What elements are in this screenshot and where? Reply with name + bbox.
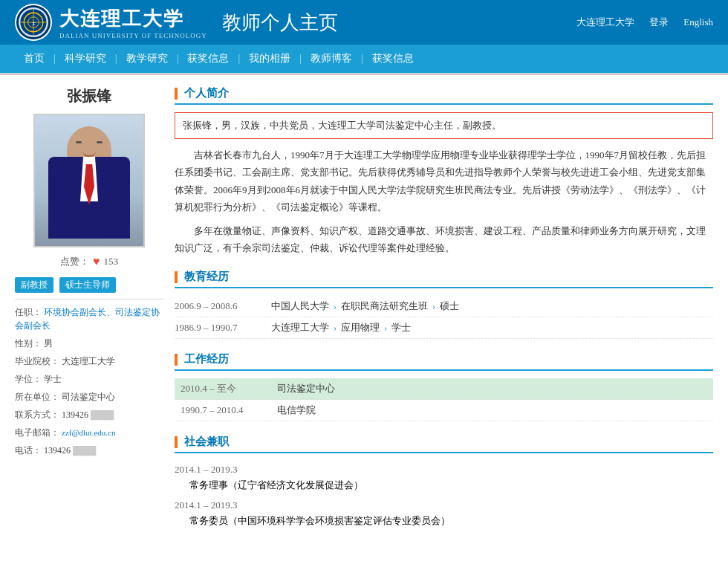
work-section: 工作经历 2010.4 – 至今 司法鉴定中心 1990.7 – 2010.4 … — [175, 352, 713, 421]
intro-body1: 吉林省长春市九台人，1990年7月于大连理工大学物理学应用物理专业毕业获得理学士… — [175, 146, 713, 216]
svg-text:工: 工 — [32, 22, 36, 26]
edu-section: 教育经历 2006.9 – 2008.6 中国人民大学 › 在职民商法研究生班 … — [175, 270, 713, 339]
likes-label: 点赞： — [60, 255, 89, 268]
social-item-1: 2014.1 – 2019.3 — [175, 496, 713, 514]
intro-title: 个人简介 — [175, 86, 713, 105]
edu-date-1: 1986.9 – 1990.7 — [175, 322, 264, 334]
edu-arrow-0: › — [334, 301, 337, 312]
header-links: 大连理工大学 登录 English — [576, 16, 713, 29]
dept-value: 司法鉴定中心 — [62, 392, 115, 402]
edu-arrow-0b: › — [432, 301, 435, 312]
edu-arrow-1: › — [334, 323, 337, 334]
position-label: 任职： — [15, 307, 42, 317]
nav-awards2[interactable]: 获奖信息 — [363, 45, 423, 73]
edu-content-0: 中国人民大学 › 在职民商法研究生班 › 硕士 — [271, 299, 713, 313]
avatar-figure — [35, 115, 143, 246]
social-title-0: 常务理事（辽宁省经济文化发展促进会） — [189, 479, 363, 490]
phone-value: 139426 — [62, 409, 88, 420]
tel-redacted: ████ — [73, 446, 96, 455]
navigation: 首页 | 科学研究 | 教学研究 | 获奖信息 | 我的相册 | 教师博客 | … — [0, 45, 728, 73]
university-subtitle: DALIAN UNIVERSITY OF TECHNOLOGY — [59, 32, 207, 39]
gender-value: 男 — [44, 338, 53, 349]
work-date-1: 1990.7 – 2010.4 — [181, 404, 270, 416]
phone-row: 联系方式： 139426 ████ — [15, 408, 163, 421]
social-date-1: 2014.1 – 2019.3 — [175, 499, 238, 511]
university-row: 毕业院校： 大连理工大学 — [15, 354, 163, 368]
nav-home[interactable]: 首页 — [15, 45, 53, 73]
work-date-0: 2010.4 – 至今 — [181, 382, 270, 395]
university-value: 大连理工大学 — [62, 356, 115, 366]
tel-row: 电话： 139426 ████ — [15, 444, 163, 457]
work-org-1: 电信学院 — [277, 404, 316, 417]
edu-arrow-1b: › — [384, 323, 387, 334]
edu-date-0: 2006.9 – 2008.6 — [175, 300, 264, 312]
social-date-0: 2014.1 – 2019.3 — [175, 464, 238, 475]
nav-teaching[interactable]: 教学研究 — [117, 45, 177, 73]
social-section: 社会兼职 2014.1 – 2019.3 常务理事（辽宁省经济文化发展促进会） … — [175, 435, 713, 528]
info-section: 任职： 环境协会副会长、司法鉴定协会副会长 性别： 男 毕业院校： 大连理工大学… — [15, 299, 163, 457]
badge-advisor: 硕士生导师 — [59, 277, 116, 293]
edu-row-1: 1986.9 – 1990.7 大连理工大学 › 应用物理 › 学士 — [175, 317, 713, 339]
sidebar-inner: 张振锋 — [15, 86, 163, 457]
nav-awards[interactable]: 获奖信息 — [178, 45, 238, 73]
email-row: 电子邮箱： zzf@dlut.edu.cn — [15, 426, 163, 439]
social-item-0: 2014.1 – 2019.3 — [175, 461, 713, 479]
tel-label: 电话： — [15, 445, 42, 456]
tel-value: 139426 — [44, 445, 71, 456]
nav-blog[interactable]: 教师博客 — [302, 45, 361, 73]
social-title-1: 常务委员（中国环境科学学会环境损害鉴定评估专业委员会） — [189, 515, 450, 526]
edu-major-1: 应用物理 — [341, 321, 380, 334]
nav-university-link[interactable]: 大连理工大学 — [576, 16, 634, 29]
edu-school-0: 中国人民大学 — [271, 299, 329, 313]
logo-area: 工 大连理工大学 DALIAN UNIVERSITY OF TECHNOLOGY… — [15, 4, 338, 41]
edu-degree-0: 硕士 — [440, 299, 459, 313]
page-title: 教师个人主页 — [222, 10, 338, 36]
nav-login-link[interactable]: 登录 — [649, 16, 669, 29]
intro-highlight-text: 张振锋，男，汉族，中共党员，大连理工大学司法鉴定中心主任，副教授。 — [183, 120, 501, 131]
gender-row: 性别： 男 — [15, 337, 163, 350]
work-row-1: 1990.7 – 2010.4 电信学院 — [175, 400, 713, 421]
email-value[interactable]: zzf@dlut.edu.cn — [62, 428, 115, 437]
avatar — [33, 114, 145, 247]
header-title-area: 大连理工大学 DALIAN UNIVERSITY OF TECHNOLOGY — [59, 6, 207, 39]
degree-row: 学位： 学士 — [15, 372, 163, 386]
social-title: 社会兼职 — [175, 435, 713, 453]
social-org-0: 常务理事（辽宁省经济文化发展促进会） — [189, 479, 713, 492]
email-label: 电子邮箱： — [15, 427, 59, 438]
edu-title: 教育经历 — [175, 270, 713, 288]
right-content: 个人简介 张振锋，男，汉族，中共党员，大连理工大学司法鉴定中心主任，副教授。 吉… — [175, 86, 713, 541]
edu-degree-1: 学士 — [391, 321, 411, 334]
intro-section: 个人简介 张振锋，男，汉族，中共党员，大连理工大学司法鉴定中心主任，副教授。 吉… — [175, 86, 713, 256]
dept-label: 所在单位： — [15, 392, 59, 402]
position-row: 任职： 环境协会副会长、司法鉴定协会副会长 — [15, 305, 163, 332]
header: 工 大连理工大学 DALIAN UNIVERSITY OF TECHNOLOGY… — [0, 0, 728, 45]
degree-label: 学位： — [15, 374, 42, 384]
nav-research[interactable]: 科学研究 — [56, 45, 115, 73]
heart-icon[interactable]: ♥ — [93, 255, 100, 268]
profile-name: 张振锋 — [15, 86, 163, 106]
work-row-0: 2010.4 – 至今 司法鉴定中心 — [175, 378, 713, 400]
badge-rank: 副教授 — [15, 277, 53, 293]
gender-label: 性别： — [15, 338, 42, 349]
badges: 副教授 硕士生导师 — [15, 277, 163, 293]
university-label: 毕业院校： — [15, 356, 59, 366]
university-name-header: 大连理工大学 — [59, 6, 207, 32]
edu-content-1: 大连理工大学 › 应用物理 › 学士 — [271, 321, 713, 334]
work-org-0: 司法鉴定中心 — [277, 382, 335, 395]
sidebar: 张振锋 — [15, 86, 163, 541]
nav-english-link[interactable]: English — [683, 16, 713, 28]
intro-highlight-box: 张振锋，男，汉族，中共党员，大连理工大学司法鉴定中心主任，副教授。 — [175, 112, 713, 139]
edu-row-0: 2006.9 – 2008.6 中国人民大学 › 在职民商法研究生班 › 硕士 — [175, 296, 713, 317]
edu-major-0: 在职民商法研究生班 — [341, 299, 428, 313]
likes-count: 153 — [104, 256, 119, 268]
phone-redacted: ████ — [91, 410, 114, 419]
intro-body2: 多年在微量物证、声像资料、知识产权、道路交通事故、环境损害、建设工程、产品质量和… — [175, 222, 713, 257]
work-title: 工作经历 — [175, 352, 713, 371]
edu-school-1: 大连理工大学 — [271, 321, 329, 334]
nav-album[interactable]: 我的相册 — [240, 45, 299, 73]
phone-label: 联系方式： — [15, 409, 59, 420]
degree-value: 学士 — [44, 374, 62, 384]
dept-row: 所在单位： 司法鉴定中心 — [15, 390, 163, 404]
social-org-1: 常务委员（中国环境科学学会环境损害鉴定评估专业委员会） — [189, 514, 713, 528]
likes-row: 点赞： ♥ 153 — [15, 255, 163, 268]
